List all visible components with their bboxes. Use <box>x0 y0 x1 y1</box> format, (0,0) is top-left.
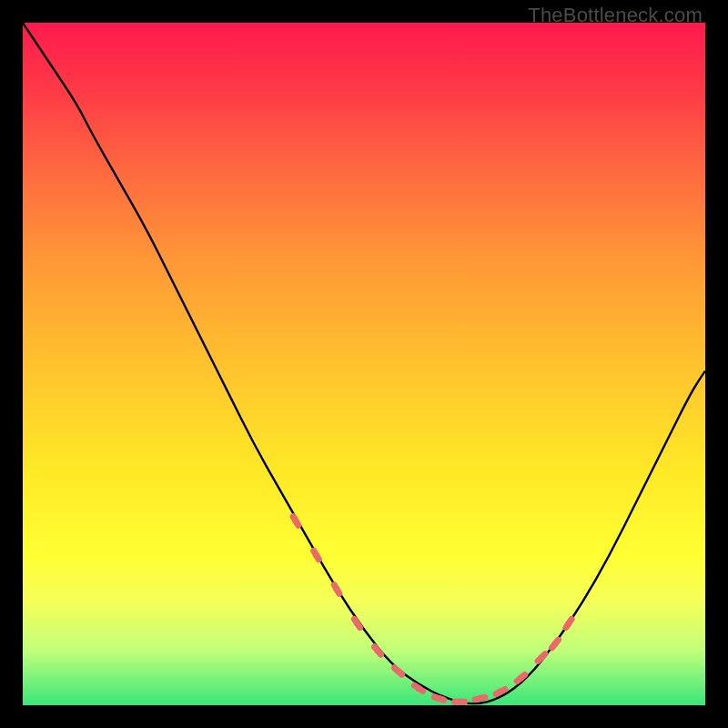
chart-plot <box>23 23 705 705</box>
marker-dot <box>498 689 504 695</box>
marker-dot <box>436 695 442 702</box>
chart-frame <box>23 23 705 705</box>
marker-dot <box>518 675 524 682</box>
marker-dot <box>395 668 401 674</box>
marker-dot <box>416 685 422 692</box>
marker-dot <box>375 648 381 654</box>
curve-path <box>23 23 705 703</box>
marker-dot <box>457 699 463 705</box>
marker-dot <box>313 552 319 559</box>
marker-dot <box>552 641 559 647</box>
marker-dot <box>354 621 360 627</box>
marker-dot <box>477 695 483 702</box>
marker-dot <box>334 586 340 592</box>
marker-group <box>293 517 572 705</box>
marker-dot <box>293 518 299 524</box>
marker-dot <box>566 621 572 627</box>
marker-dot <box>539 654 545 661</box>
watermark-text: TheBottleneck.com <box>528 4 703 27</box>
